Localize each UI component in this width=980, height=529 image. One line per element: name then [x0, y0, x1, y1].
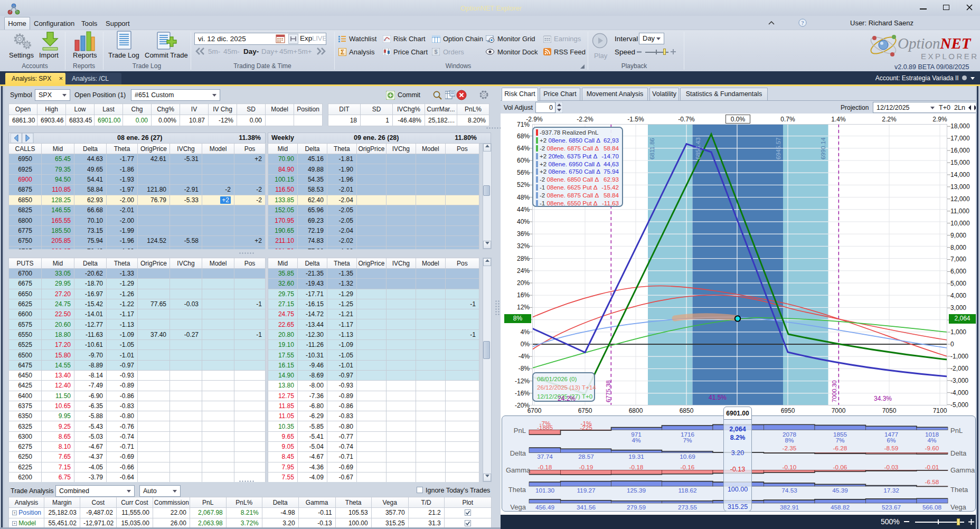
svg-text:341.56: 341.56: [577, 504, 596, 511]
svg-text:-0.06: -0.06: [833, 464, 847, 471]
svg-text:-6.58: -6.58: [925, 478, 939, 486]
svg-text:-6.28: -6.28: [833, 445, 847, 452]
svg-text:4%: 4%: [927, 437, 937, 444]
svg-text:-0.19: -0.19: [579, 464, 593, 471]
svg-text:458.82: 458.82: [831, 504, 850, 511]
svg-text:-9.60: -9.60: [925, 445, 939, 452]
svg-text:-8.59: -8.59: [884, 445, 899, 452]
svg-text:118.62: 118.62: [678, 487, 696, 494]
svg-text:37.74: 37.74: [537, 453, 553, 460]
svg-text:7%: 7%: [835, 437, 845, 444]
svg-text:45.39: 45.39: [832, 487, 848, 494]
svg-text:-0.01: -0.01: [925, 464, 939, 471]
svg-text:74.53: 74.53: [781, 487, 797, 494]
svg-text:10.69: 10.69: [680, 453, 695, 460]
svg-text:-0.18: -0.18: [629, 464, 644, 471]
svg-text:-2.35: -2.35: [783, 445, 797, 452]
svg-text:101.30: 101.30: [535, 487, 555, 494]
svg-text:456.49: 456.49: [535, 504, 554, 511]
svg-text:-1885: -1885: [537, 424, 553, 431]
svg-text:$: $: [434, 49, 437, 55]
svg-text:4%: 4%: [632, 437, 641, 444]
svg-text:279.59: 279.59: [627, 504, 646, 511]
svg-text:125.39: 125.39: [627, 487, 646, 494]
svg-text:8%: 8%: [785, 437, 794, 444]
svg-text:6%: 6%: [887, 437, 896, 444]
svg-text:382.91: 382.91: [780, 504, 799, 511]
svg-text:28.57: 28.57: [578, 453, 594, 460]
svg-text:-0.03: -0.03: [884, 464, 899, 471]
svg-text:-0.16: -0.16: [681, 464, 695, 471]
svg-text:7%: 7%: [683, 437, 692, 444]
svg-text:-0.10: -0.10: [783, 464, 797, 471]
svg-text:17.32: 17.32: [883, 487, 899, 494]
svg-text:566.08: 566.08: [922, 504, 942, 511]
svg-text:19.31: 19.31: [628, 453, 644, 460]
svg-text:-225: -225: [580, 424, 592, 431]
svg-text:119.27: 119.27: [577, 487, 595, 494]
svg-text:523.67: 523.67: [882, 504, 901, 511]
svg-text:?: ?: [802, 20, 804, 26]
svg-text:-0.18: -0.18: [538, 464, 552, 471]
svg-text:273.55: 273.55: [678, 504, 698, 511]
